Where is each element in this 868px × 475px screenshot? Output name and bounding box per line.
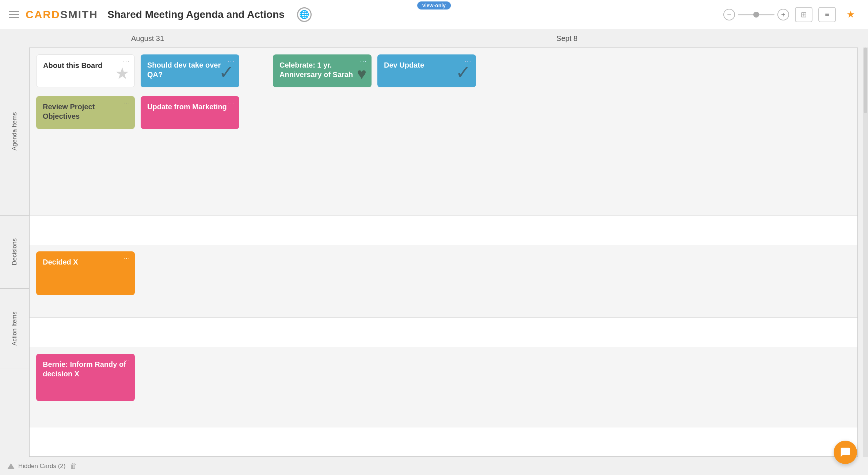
card-decided-x[interactable]: ··· Decided X — [36, 251, 135, 295]
column-headers: August 31 Sept 8 — [0, 29, 868, 48]
card-title-celebrate: Celebrate: 1 yr. Anniversary of Sarah — [279, 60, 365, 79]
star-button[interactable]: ★ — [842, 7, 859, 22]
scrollbar-thumb[interactable] — [864, 48, 867, 113]
card-title-bernie: Bernie: Inform Randy of decision X — [43, 360, 128, 379]
header-right: − + ⊞ ≡ ★ — [723, 7, 859, 22]
cell-agenda-sep8: ··· Celebrate: 1 yr. Anniversary of Sara… — [266, 48, 857, 216]
row-label-decisions: Decisions — [0, 216, 29, 289]
card-menu-update-marketing[interactable]: ··· — [228, 100, 235, 106]
cell-agenda-aug31: ··· About this Board ★ ··· Should dev ta… — [30, 48, 266, 216]
grid-view-button[interactable]: ⊞ — [795, 7, 812, 22]
view-only-badge: view-only — [417, 1, 451, 10]
card-title-update-marketing: Update from Marketing — [147, 102, 233, 111]
column-header-sep8: Sept 8 — [266, 34, 868, 43]
column-header-aug31: August 31 — [29, 34, 266, 43]
card-about-board[interactable]: ··· About this Board ★ — [36, 54, 135, 87]
board-grid: Agenda Items Decisions Action Items ··· … — [0, 48, 868, 457]
checkmark-icon-should-dev: ✓ — [219, 62, 234, 83]
zoom-track[interactable] — [738, 14, 774, 15]
card-menu-celebrate[interactable]: ··· — [360, 58, 367, 65]
expand-icon — [7, 463, 15, 469]
checkmark-icon-dev-update: ✓ — [456, 62, 471, 83]
main-content: August 31 Sept 8 Agenda Items Decisions … — [0, 29, 868, 457]
logo-smith: smith — [60, 8, 98, 20]
card-dev-update[interactable]: ··· Dev Update ✓ — [377, 54, 476, 87]
grid-area: ··· About this Board ★ ··· Should dev ta… — [29, 48, 858, 457]
globe-icon[interactable]: 🌐 — [297, 7, 312, 22]
card-menu-review-project[interactable]: ··· — [123, 100, 130, 106]
zoom-thumb[interactable] — [753, 12, 759, 18]
card-menu-decided-x[interactable]: ··· — [123, 255, 130, 262]
hidden-cards-toggle[interactable]: Hidden Cards (2) — [7, 463, 65, 470]
header-left: cardsmith Shared Meeting Agenda and Acti… — [9, 7, 312, 22]
cell-actions-sep8 — [266, 347, 857, 428]
card-update-marketing[interactable]: ··· Update from Marketing — [141, 96, 239, 129]
list-view-button[interactable]: ≡ — [818, 7, 836, 22]
scrollbar[interactable] — [863, 48, 868, 457]
bottom-bar: Hidden Cards (2) 🗑 — [0, 457, 868, 475]
cell-actions-aug31: ··· Bernie: Inform Randy of decision X — [30, 347, 266, 428]
zoom-out-button[interactable]: − — [723, 9, 735, 20]
row-label-agenda: Agenda Items — [0, 48, 29, 216]
card-title-review-project: Review Project Objectives — [43, 102, 128, 121]
chat-icon — [840, 447, 851, 458]
card-review-project[interactable]: ··· Review Project Objectives — [36, 96, 135, 129]
card-menu-bernie[interactable]: ··· — [123, 357, 130, 364]
cell-decisions-aug31: ··· Decided X — [30, 245, 266, 318]
row-labels: Agenda Items Decisions Action Items — [0, 48, 29, 457]
board-title: Shared Meeting Agenda and Actions — [107, 9, 285, 20]
row-label-actions: Action Items — [0, 289, 29, 369]
cell-decisions-sep8 — [266, 245, 857, 318]
zoom-in-button[interactable]: + — [777, 9, 789, 20]
board-container: August 31 Sept 8 Agenda Items Decisions … — [0, 29, 868, 457]
card-title-decided-x: Decided X — [43, 257, 128, 267]
card-bernie-inform[interactable]: ··· Bernie: Inform Randy of decision X — [36, 354, 135, 401]
logo-card: card — [26, 8, 60, 20]
header: cardsmith Shared Meeting Agenda and Acti… — [0, 0, 868, 29]
card-should-dev[interactable]: ··· Should dev take over QA? ✓ — [141, 54, 239, 87]
chat-button[interactable] — [834, 441, 857, 464]
heart-icon-celebrate: ♥ — [357, 65, 366, 83]
card-celebrate[interactable]: ··· Celebrate: 1 yr. Anniversary of Sara… — [273, 54, 372, 87]
zoom-control: − + — [723, 9, 789, 20]
logo[interactable]: cardsmith — [26, 8, 98, 21]
hidden-cards-label: Hidden Cards (2) — [18, 463, 65, 470]
trash-icon[interactable]: 🗑 — [70, 462, 77, 470]
star-card-icon: ★ — [115, 64, 129, 83]
hamburger-icon[interactable] — [9, 11, 19, 18]
